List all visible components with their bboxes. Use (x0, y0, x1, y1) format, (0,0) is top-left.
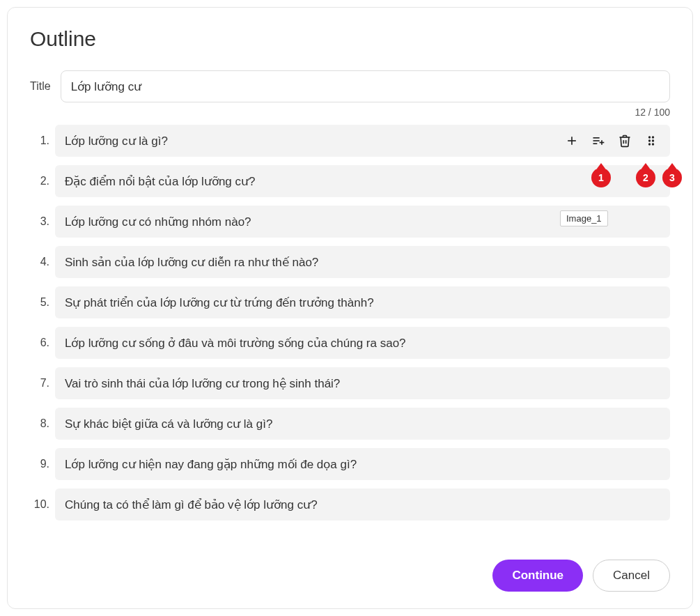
outline-item-field[interactable]: Lớp lưỡng cư là gì? (55, 125, 670, 157)
outline-item-text: Vai trò sinh thái của lớp lưỡng cư trong… (65, 376, 660, 391)
outline-modal: Outline Title 12 / 100 1. Lớp lưỡng cư l… (7, 7, 693, 609)
title-row: Title (30, 70, 670, 102)
page-title: Outline (30, 27, 670, 51)
svg-point-12 (652, 143, 654, 145)
add-sub-icon[interactable] (591, 133, 606, 148)
outline-item-text: Đặc điểm nổi bật của lớp lưỡng cư? (65, 174, 660, 189)
table-row: 10. Chúng ta có thể làm gì để bảo vệ lớp… (30, 488, 670, 521)
table-row: 1. Lớp lưỡng cư là gì? (30, 125, 670, 157)
outline-item-text: Sinh sản của lớp lưỡng cư diễn ra như th… (65, 255, 660, 270)
outline-item-text: Chúng ta có thể làm gì để bảo vệ lớp lưỡ… (65, 498, 660, 512)
outline-item-field[interactable]: Đặc điểm nổi bật của lớp lưỡng cư? (55, 165, 670, 197)
outline-list: 1. Lớp lưỡng cư là gì? (30, 125, 670, 521)
annotation-callout-2: 2 (636, 168, 655, 187)
row-number: 3. (30, 215, 55, 228)
outline-item-field[interactable]: Vai trò sinh thái của lớp lưỡng cư trong… (55, 367, 670, 399)
svg-point-8 (652, 136, 654, 138)
title-label: Title (30, 80, 51, 93)
char-count: 12 / 100 (30, 107, 670, 118)
delete-icon[interactable] (617, 133, 632, 148)
table-row: 8. Sự khác biệt giữa cá và lưỡng cư là g… (30, 408, 670, 440)
add-icon[interactable] (564, 133, 580, 148)
outline-item-field[interactable]: Chúng ta có thể làm gì để bảo vệ lớp lưỡ… (55, 488, 670, 521)
annotation-callout-3: 3 (662, 168, 682, 187)
outline-item-text: Sự khác biệt giữa cá và lưỡng cư là gì? (65, 417, 660, 431)
svg-point-9 (648, 139, 651, 141)
table-row: 9. Lớp lưỡng cư hiện nay đang gặp những … (30, 448, 670, 480)
row-number: 10. (30, 498, 55, 511)
row-number: 6. (30, 337, 55, 349)
svg-point-11 (648, 143, 651, 145)
row-actions (564, 133, 660, 148)
row-number: 8. (30, 417, 55, 430)
continue-button[interactable]: Continue (492, 560, 583, 592)
outline-item-field[interactable]: Sự khác biệt giữa cá và lưỡng cư là gì? (55, 408, 670, 440)
outline-item-field[interactable]: Lớp lưỡng cư hiện nay đang gặp những mối… (55, 448, 670, 480)
title-input[interactable] (61, 70, 670, 102)
svg-point-10 (652, 139, 654, 141)
row-number: 7. (30, 377, 55, 390)
outline-item-field[interactable]: Sự phát triển của lớp lưỡng cư từ trứng … (55, 286, 670, 318)
row-number: 1. (30, 134, 55, 147)
table-row: 4. Sinh sản của lớp lưỡng cư diễn ra như… (30, 246, 670, 278)
table-row: 5. Sự phát triển của lớp lưỡng cư từ trứ… (30, 286, 670, 318)
table-row: 2. Đặc điểm nổi bật của lớp lưỡng cư? (30, 165, 670, 197)
row-number: 2. (30, 175, 55, 187)
footer-actions: Continue Cancel (492, 560, 670, 592)
table-row: 7. Vai trò sinh thái của lớp lưỡng cư tr… (30, 367, 670, 399)
outline-item-text: Lớp lưỡng cư sống ở đâu và môi trường số… (65, 336, 660, 351)
outline-item-field[interactable]: Lớp lưỡng cư sống ở đâu và môi trường số… (55, 327, 670, 359)
outline-item-field[interactable]: Sinh sản của lớp lưỡng cư diễn ra như th… (55, 246, 670, 278)
tooltip: Image_1 (560, 210, 608, 226)
drag-handle-icon[interactable] (644, 133, 659, 148)
annotation-callout-1: 1 (591, 168, 611, 187)
svg-point-7 (648, 136, 651, 138)
table-row: 6. Lớp lưỡng cư sống ở đâu và môi trường… (30, 327, 670, 359)
outline-item-text: Lớp lưỡng cư hiện nay đang gặp những mối… (65, 457, 660, 472)
outline-item-text: Lớp lưỡng cư là gì? (65, 134, 564, 148)
outline-item-text: Sự phát triển của lớp lưỡng cư từ trứng … (65, 295, 660, 310)
row-number: 5. (30, 296, 55, 309)
cancel-button[interactable]: Cancel (593, 560, 670, 592)
row-number: 4. (30, 256, 55, 268)
row-number: 9. (30, 458, 55, 470)
